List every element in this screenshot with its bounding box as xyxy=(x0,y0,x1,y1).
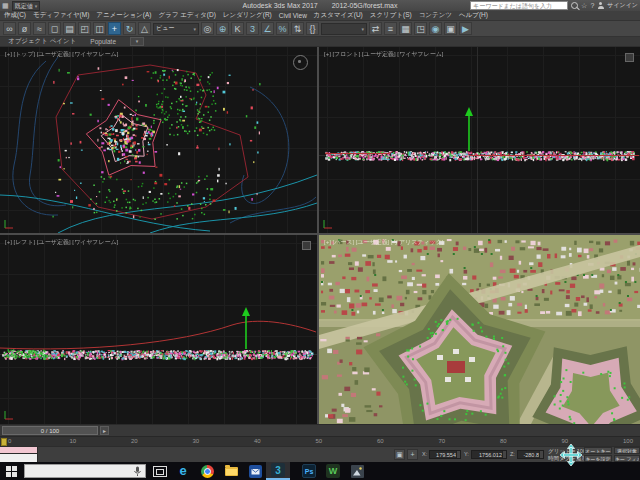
status-bar: ▣ + X: 179.554 Y: 1756.012 Z: -280.8 グリッ… xyxy=(0,446,640,462)
spinner-snap-icon[interactable]: ⇅ xyxy=(291,22,304,35)
layer-manager-icon[interactable]: ▦ xyxy=(399,22,412,35)
percent-snap-icon[interactable]: % xyxy=(276,22,289,35)
start-button[interactable] xyxy=(0,462,22,480)
render-production-icon[interactable]: ▶ xyxy=(459,22,472,35)
key-filters-button[interactable]: キー フィルタ... xyxy=(614,455,640,462)
track-bar[interactable]: 0102030405060708090100 xyxy=(0,436,640,446)
ribbon-tab-populate[interactable]: Populate xyxy=(90,38,116,45)
coord-system-dropdown[interactable]: ビュー▾ xyxy=(153,23,199,35)
title-bar: ▦ 既定値 ▾ Autodesk 3ds Max 20172012-05G/fo… xyxy=(0,0,640,11)
viewport-label-perspective[interactable]: [+] [パース] [ユーザ定義] [リアリスティック] xyxy=(324,238,444,247)
favorites-star-icon[interactable]: ☆ xyxy=(581,1,587,10)
set-key-button[interactable]: キーを設定 xyxy=(584,455,612,462)
angle-snap-icon[interactable]: ∠ xyxy=(261,22,274,35)
z-coordinate-label: Z: xyxy=(510,451,515,457)
app-icon-chrome[interactable] xyxy=(196,462,218,480)
taskbar-search-box[interactable] xyxy=(24,464,146,478)
menu-item-2[interactable]: モディファイヤ(M) xyxy=(33,11,89,20)
select-and-link-icon[interactable]: ∞ xyxy=(3,22,16,35)
app-icon-green-w[interactable]: W xyxy=(322,462,344,480)
use-pivot-center-icon[interactable]: ◎ xyxy=(201,22,214,35)
edge-icon: e xyxy=(179,463,186,479)
selection-region-icon[interactable]: ◰ xyxy=(78,22,91,35)
select-and-move-icon[interactable]: + xyxy=(108,22,121,35)
select-and-rotate-icon[interactable]: ↻ xyxy=(123,22,136,35)
sign-in-button[interactable]: サインイン xyxy=(607,0,638,11)
viewport-canvas-left[interactable] xyxy=(0,235,317,424)
menu-item-7[interactable]: カスタマイズ(U) xyxy=(314,11,363,20)
mirror-icon[interactable]: ⇄ xyxy=(369,22,382,35)
material-editor-icon[interactable]: ◉ xyxy=(429,22,442,35)
x-coordinate-field[interactable]: 179.554 xyxy=(429,450,461,459)
selection-lock-toggle-icon[interactable]: ▣ xyxy=(394,449,405,460)
render-setup-icon[interactable]: ▣ xyxy=(444,22,457,35)
time-slider-handle[interactable]: 0 / 100 xyxy=(2,426,98,435)
search-icon[interactable] xyxy=(571,2,578,9)
mini-listener-macro-line[interactable] xyxy=(0,447,37,454)
viewport-canvas-top[interactable] xyxy=(0,47,317,233)
ribbon-minimize-icon[interactable]: ▾ xyxy=(130,37,144,46)
viewport-canvas-front[interactable] xyxy=(319,47,640,233)
viewport-front[interactable]: [+] [フロント] [ユーザ定義] [ワイヤフレーム] xyxy=(319,47,640,233)
named-sets-dropdown[interactable]: ▾ xyxy=(321,23,367,35)
app-icon-edge[interactable]: e xyxy=(172,462,194,480)
main-toolbar: ∞ø≈◻▤◰◫+↻△ビュー▾◎⊕K3∠%⇅{}▾⇄≡▦◳◉▣▶ xyxy=(0,21,640,37)
help-icon[interactable]: ? xyxy=(590,1,594,10)
world-axis-tripod xyxy=(2,408,16,422)
menu-item-1[interactable]: 作成(C) xyxy=(4,11,26,20)
windows-taskbar: e 3 Ps W xyxy=(0,462,640,480)
app-icon-photoshop[interactable]: Ps xyxy=(298,462,320,480)
task-view-button[interactable] xyxy=(150,462,170,480)
menu-item-5[interactable]: レンダリング(R) xyxy=(223,11,272,20)
time-slider[interactable]: 0 / 100 ▸ xyxy=(0,424,640,436)
viewport-perspective[interactable]: [+] [パース] [ユーザ定義] [リアリスティック] xyxy=(319,235,640,424)
viewport-label-front[interactable]: [+] [フロント] [ユーザ定義] [ワイヤフレーム] xyxy=(324,50,444,59)
mini-listener-script-line[interactable] xyxy=(0,454,37,462)
auto-key-button[interactable]: オートキー xyxy=(584,447,612,454)
selected-filter-dropdown[interactable]: 選択対象 xyxy=(614,447,640,454)
navigation-gizmo-icon[interactable] xyxy=(293,55,308,70)
select-object-icon[interactable]: ◻ xyxy=(48,22,61,35)
world-axis-tripod xyxy=(321,217,335,231)
z-coordinate-field[interactable]: -280.8 xyxy=(517,450,544,459)
viewport-label-top[interactable]: [+] [トップ] [ユーザ定義] [ワイヤフレーム] xyxy=(5,50,118,59)
ribbon-tab-object-paint[interactable]: オブジェクト ペイント xyxy=(8,37,76,46)
user-icon xyxy=(597,2,604,10)
maxscript-mini-listener[interactable] xyxy=(0,447,38,462)
viewport-top[interactable]: [+] [トップ] [ユーザ定義] [ワイヤフレーム] xyxy=(0,47,317,233)
menu-item-10[interactable]: ヘルプ(H) xyxy=(459,11,488,20)
align-icon[interactable]: ≡ xyxy=(384,22,397,35)
viewport-left[interactable]: [+] [レフト] [ユーザ定義] [ワイヤフレーム] xyxy=(0,235,317,424)
menu-item-3[interactable]: アニメーション(A) xyxy=(96,11,151,20)
viewport-canvas-perspective[interactable] xyxy=(319,235,640,424)
snap-toggle-3d-icon[interactable]: 3 xyxy=(246,22,259,35)
keyboard-override-icon[interactable]: K xyxy=(231,22,244,35)
x-coordinate-label: X: xyxy=(422,451,427,457)
app-icon-3dsmax-active[interactable]: 3 xyxy=(266,462,290,480)
select-by-name-icon[interactable]: ▤ xyxy=(63,22,76,35)
y-coordinate-field[interactable]: 1756.012 xyxy=(471,450,507,459)
infocenter-search-input[interactable] xyxy=(470,1,568,10)
absolute-mode-toggle-icon[interactable]: + xyxy=(407,449,418,460)
menu-item-4[interactable]: グラフ エディタ(D) xyxy=(158,11,215,20)
viewcube-home-icon[interactable] xyxy=(302,241,311,250)
photos-icon xyxy=(351,465,364,478)
app-icon-mail[interactable] xyxy=(244,462,266,480)
next-frame-button[interactable]: ▸ xyxy=(100,426,109,435)
app-icon-photos[interactable] xyxy=(346,462,368,480)
select-and-manipulate-icon[interactable]: ⊕ xyxy=(216,22,229,35)
trackbar-tick-30: 30 xyxy=(193,438,200,444)
viewport-label-left[interactable]: [+] [レフト] [ユーザ定義] [ワイヤフレーム] xyxy=(5,238,118,247)
bind-to-space-warp-icon[interactable]: ≈ xyxy=(33,22,46,35)
window-crossing-icon[interactable]: ◫ xyxy=(93,22,106,35)
select-and-scale-icon[interactable]: △ xyxy=(138,22,151,35)
menu-item-9[interactable]: コンテンツ xyxy=(419,11,452,20)
menu-item-6[interactable]: Civil View xyxy=(279,12,307,19)
viewcube-home-icon[interactable] xyxy=(625,53,634,62)
edit-named-sets-icon[interactable]: {} xyxy=(306,22,319,35)
graph-editors-icon[interactable]: ◳ xyxy=(414,22,427,35)
trackbar-position-marker[interactable] xyxy=(1,438,7,446)
menu-item-8[interactable]: スクリプト(S) xyxy=(370,11,412,20)
app-icon-file-explorer[interactable] xyxy=(220,462,242,480)
unlink-selection-icon[interactable]: ø xyxy=(18,22,31,35)
